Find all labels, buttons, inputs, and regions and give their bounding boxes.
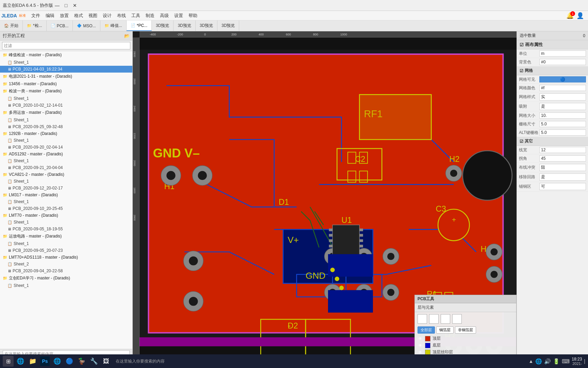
prop-copper-fill-value[interactable]: 可 (539, 183, 586, 190)
tray-clock[interactable]: 18:23 2021- (572, 357, 582, 366)
menu-place[interactable]: 放置 (57, 12, 71, 19)
all-layers-button[interactable]: 全部层 (418, 326, 435, 334)
sheet-item-10[interactable]: 📋 Sheet_2 (0, 261, 132, 267)
menu-view[interactable]: 视图 (86, 12, 100, 19)
menu-file[interactable]: 文件 (29, 12, 43, 19)
tab-3d-3[interactable]: 3D预览 (196, 20, 217, 31)
taskbar-browser-btn[interactable]: 🌐 (52, 356, 63, 367)
angle-tool-icon[interactable]: ⌐ (418, 314, 427, 324)
prop-linewidth-value[interactable]: 12 (539, 147, 586, 153)
taskbar-folder-btn[interactable]: 📁 (27, 356, 38, 367)
taskbar-ps-btn[interactable]: Ps (39, 356, 50, 367)
menu-format[interactable]: 格式 (71, 12, 86, 19)
pcb-item-6[interactable]: 🖥 PCB_2020-09-12_20-02-17 (0, 185, 132, 191)
tray-volume-icon[interactable]: 🔊 (544, 358, 551, 365)
pcb-canvas[interactable]: GND V– H1 H2 H3 H4 C2 C3 D1 D2 (140, 37, 517, 358)
pcb-item-10[interactable]: 🖥 PCB_2020-09-04_20-22-58 (0, 267, 132, 274)
tray-show-desktop[interactable]: | (584, 358, 585, 364)
tab-peak[interactable]: 📁峰值... (100, 20, 127, 31)
folder-expand-icon[interactable]: 📂 (124, 33, 130, 39)
menu-edit[interactable]: 编辑 (43, 12, 57, 19)
corner-tool-icon[interactable]: ● (429, 314, 439, 324)
prop-grid-style-value[interactable]: 实 (539, 93, 586, 101)
project-item-2[interactable]: 📁 电源2021-1-31 - master - (Daradis) (0, 73, 132, 80)
pcb-item-selected[interactable]: 🖥 PCB_2021-04-03_16:22:34 (0, 66, 132, 73)
tab-mso[interactable]: 🔷MSO... (73, 20, 100, 31)
pcb-item-9[interactable]: 🖥 PCB_2020-09-05_20-07-23 (0, 247, 132, 254)
pcb-item-2[interactable]: 🖥 PCB_2020-10-02_12-14-01 (0, 102, 132, 109)
prop-grid-dim-value[interactable]: 5.0 (539, 121, 586, 127)
prop-route-conflict-value[interactable]: 阻 (539, 164, 586, 171)
menu-design[interactable]: 设计 (100, 12, 114, 19)
draw-tool-icon[interactable]: └ (441, 314, 450, 324)
copper-layers-button[interactable]: 铜箔层 (436, 326, 454, 334)
taskbar-ie-btn[interactable]: 🌐 (15, 356, 26, 367)
prop-snap-value[interactable]: 是 (539, 103, 586, 110)
tab-pcb1[interactable]: 📄PCB... (47, 20, 73, 31)
notification-bell[interactable]: 🔔 1 (566, 12, 574, 19)
canvas-area[interactable]: -400 -200 0 200 400 600 800 1000 2800 26… (133, 31, 517, 358)
sheet-item-5[interactable]: 📋 Sheet_1 (0, 157, 132, 164)
prop-grid-visible-value[interactable]: 🔵 (539, 76, 586, 82)
sheet-item-4[interactable]: 📋 Sheet_1 (0, 137, 132, 144)
prop-alt-grid-value[interactable]: 5.0 (539, 129, 586, 136)
taskbar-chrome-btn[interactable]: 🔵 (64, 356, 75, 367)
maximize-button[interactable]: □ (62, 1, 70, 10)
sheet-item-8[interactable]: 📋 Sheet_1 (0, 219, 132, 226)
project-item-7[interactable]: 📁 ADS1292 - master - (Daradis) (0, 151, 132, 157)
close-button[interactable]: ✕ (71, 1, 79, 10)
non-copper-layers-button[interactable]: 非铜箔层 (455, 326, 476, 334)
pcb-item-3[interactable]: 🖥 PCB_2020-09-25_09-32-48 (0, 123, 132, 130)
tab-3d-4[interactable]: 3D预览 (217, 20, 239, 31)
prop-corner-value[interactable]: 45 (539, 155, 586, 162)
tab-check[interactable]: 📁*检... (23, 20, 47, 31)
menu-advanced[interactable]: 高级 (157, 12, 172, 19)
project-item-13[interactable]: 📁 立创EDA学习 - master - (Daradis) (0, 274, 132, 282)
project-item-6[interactable]: 📁 1292B - master - (Daradis) (0, 130, 132, 137)
project-item-9[interactable]: 📁 LM317 - master - (Daradis) (0, 191, 132, 198)
tab-pcb-active[interactable]: 📄*PC... (127, 20, 152, 31)
tray-power-icon[interactable]: 🔋 (553, 358, 560, 365)
pcb-item-5[interactable]: 🖥 PCB_2020-09-21_20-04-04 (0, 164, 132, 171)
user-avatar[interactable]: 👤 (576, 12, 584, 19)
tab-3d-1[interactable]: 3D预览 (152, 20, 174, 31)
sheet-item-2[interactable]: 📋 Sheet_1 (0, 95, 132, 102)
sheet-item-3[interactable]: 📋 Sheet_1 (0, 117, 132, 123)
project-item-11[interactable]: 📁 运放电路 - master - (Daradis) (0, 232, 132, 240)
menu-help[interactable]: 帮助 (186, 12, 200, 19)
tray-keyboard-icon[interactable]: ⌨ (562, 358, 570, 365)
sheet-item-7[interactable]: 📋 Sheet_1 (0, 198, 132, 205)
menu-route[interactable]: 布线 (114, 12, 129, 19)
project-item-3[interactable]: 📁 13456 - master - (Daradis) (0, 80, 132, 87)
prop-grid-color-value[interactable]: #f (539, 85, 586, 91)
angle2-tool-icon[interactable]: ∠ (452, 314, 462, 324)
tab-3d-2[interactable]: 3D预览 (174, 20, 195, 31)
pcb-item-8[interactable]: 🖥 PCB_2020-09-05_18-19-55 (0, 226, 132, 232)
prop-grid-size-value[interactable]: 10. (539, 112, 586, 119)
project-item-8[interactable]: 📁 VCA821-2 - master - (Daradis) (0, 171, 132, 178)
pcb-item-4[interactable]: 🖥 PCB_2020-09-20_02-04-14 (0, 144, 132, 151)
sheet-item-9[interactable]: 📋 Sheet_1 (0, 240, 132, 247)
menu-tools[interactable]: 工具 (129, 12, 143, 19)
project-item-5[interactable]: 📁 多用运放 - master - (Daradis) (0, 109, 132, 117)
pcb-item-7[interactable]: 🖥 PCB_2020-09-10_20-25-45 (0, 205, 132, 212)
menu-settings[interactable]: 设置 (172, 12, 186, 19)
project-item-1[interactable]: 📁 峰值检波 - master - (Daradis) (0, 51, 132, 59)
taskbar-duck-btn[interactable]: 🦆 (76, 356, 87, 367)
minimize-button[interactable]: — (53, 1, 61, 10)
project-item-12[interactable]: 📁 LMT70+ADS1118 - master - (Daradis) (0, 254, 132, 261)
project-item-4[interactable]: 📁 检波一类 - master - (Daradis) (0, 87, 132, 95)
prop-unit-value[interactable]: m (539, 50, 586, 57)
sheet-item-11[interactable]: 📋 Sheet_1 (0, 282, 132, 289)
prop-remove-loop-value[interactable]: 是 (539, 173, 586, 181)
taskbar-app-btn[interactable]: 🔧 (88, 356, 99, 367)
taskbar-photo-btn[interactable]: 🖼 (101, 356, 112, 367)
sheet-item-1[interactable]: 📋 Sheet_1 (0, 59, 132, 66)
tray-up-icon[interactable]: ▲ (528, 358, 533, 364)
sheet-item-6[interactable]: 📋 Sheet_1 (0, 178, 132, 185)
taskbar-start-btn[interactable]: ⊞ (3, 356, 14, 367)
menu-manufacture[interactable]: 制造 (143, 12, 157, 19)
bottom-layer-eye[interactable]: 👁 (418, 343, 423, 348)
top-layer-eye[interactable]: 👁 (418, 336, 423, 341)
prop-bgcolor-value[interactable]: #0 (539, 59, 586, 65)
